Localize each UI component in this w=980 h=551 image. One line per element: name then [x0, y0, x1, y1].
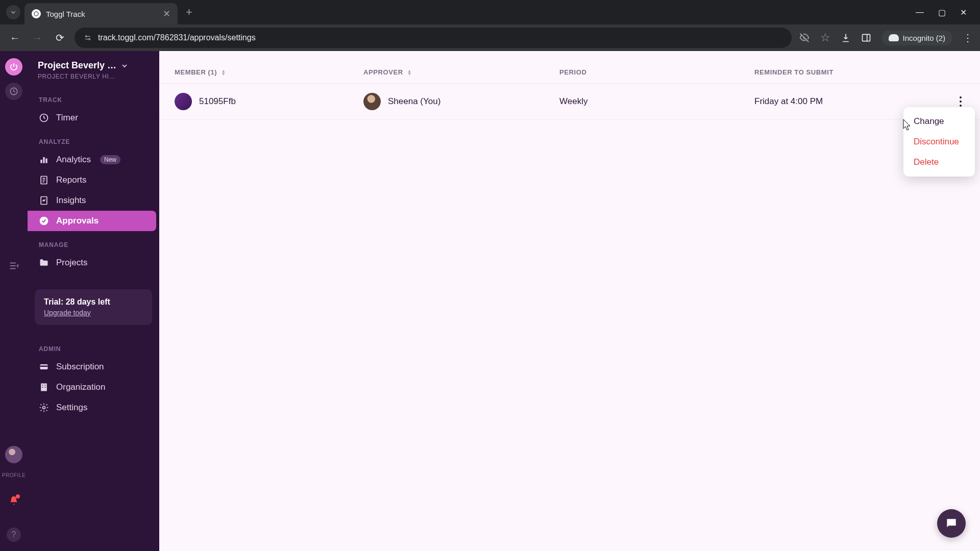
tab-title: Toggl Track [46, 10, 85, 18]
sidebar-item-label: Insights [56, 195, 86, 206]
sidebar-item-label: Subscription [56, 362, 104, 372]
reload-button[interactable]: ⟳ [52, 30, 67, 45]
column-header-reminder[interactable]: REMINDER TO SUBMIT [754, 68, 965, 76]
check-circle-icon [39, 216, 49, 226]
bookmark-icon[interactable]: ☆ [820, 31, 830, 44]
sidebar-item-projects[interactable]: Projects [28, 253, 156, 273]
browser-chrome: Toggl Track ✕ + — ▢ ✕ ← → ⟳ track.toggl.… [0, 0, 980, 51]
document-icon [39, 175, 49, 185]
nav-heading-admin: ADMIN [28, 338, 159, 357]
tab-favicon [32, 9, 41, 18]
browser-tab[interactable]: Toggl Track ✕ [24, 3, 178, 24]
svg-rect-16 [42, 387, 43, 388]
svg-rect-17 [45, 387, 46, 388]
svg-rect-13 [41, 384, 47, 391]
sidebar-item-label: Organization [56, 382, 105, 392]
address-bar: ← → ⟳ track.toggl.com/7862831/approvals/… [0, 24, 980, 51]
new-badge: New [100, 155, 120, 164]
column-header-member[interactable]: MEMBER (1) ▲▼ [175, 68, 363, 76]
url-text: track.toggl.com/7862831/approvals/settin… [98, 33, 256, 42]
table-row: 51095Ffb Sheena (You) Weekly Friday at 4… [159, 84, 980, 120]
download-icon[interactable] [841, 33, 851, 43]
trial-banner: Trial: 28 days left Upgrade today [35, 289, 152, 325]
side-panel-icon[interactable] [861, 33, 871, 43]
sidebar-item-label: Reports [56, 175, 87, 185]
column-header-approver[interactable]: APPROVER ▲▼ [363, 68, 559, 76]
nav-heading-analyze: ANALYZE [28, 131, 159, 149]
close-window-icon[interactable]: ✕ [960, 8, 967, 17]
site-info-icon[interactable] [84, 34, 92, 42]
clock-icon [39, 113, 49, 123]
incognito-badge[interactable]: Incognito (2) [881, 31, 952, 45]
svg-rect-15 [45, 385, 46, 386]
bar-chart-icon [39, 155, 49, 165]
rail-help-icon[interactable]: ? [7, 528, 21, 542]
rail-collapse-icon[interactable] [5, 260, 22, 274]
svg-rect-6 [43, 157, 44, 163]
sidebar-item-approvals[interactable]: Approvals [28, 211, 156, 231]
table-header: MEMBER (1) ▲▼ APPROVER ▲▼ PERIOD REMINDE… [159, 51, 980, 84]
rail-profile-label: PROFILE [2, 472, 26, 478]
app-root: PROFILE ? Project Beverly … PROJECT BEVE… [0, 51, 980, 551]
rail-profile-avatar[interactable] [5, 446, 22, 463]
svg-point-18 [43, 407, 45, 409]
tab-close-icon[interactable]: ✕ [163, 8, 170, 19]
approver-name: Sheena (You) [388, 96, 440, 107]
svg-rect-7 [45, 159, 47, 163]
tab-bar: Toggl Track ✕ + — ▢ ✕ [0, 0, 980, 24]
main-content: MEMBER (1) ▲▼ APPROVER ▲▼ PERIOD REMINDE… [159, 51, 980, 551]
url-field[interactable]: track.toggl.com/7862831/approvals/settin… [75, 28, 792, 48]
svg-rect-2 [862, 34, 870, 41]
lightbulb-icon [39, 195, 49, 206]
svg-rect-14 [42, 385, 43, 386]
svg-point-0 [85, 36, 87, 37]
window-controls: — ▢ ✕ [916, 8, 976, 17]
card-icon [39, 362, 49, 372]
back-button[interactable]: ← [7, 30, 22, 45]
cell-period: Weekly [559, 96, 754, 107]
cell-member: 51095Ffb [175, 93, 363, 110]
intercom-chat-button[interactable] [937, 509, 966, 538]
folder-icon [39, 258, 49, 268]
context-delete[interactable]: Delete [903, 152, 975, 172]
sidebar-item-reports[interactable]: Reports [28, 170, 156, 190]
approver-avatar [363, 93, 381, 110]
chevron-down-icon [120, 62, 129, 70]
rail-toggl-icon[interactable] [5, 58, 22, 76]
sidebar-item-label: Analytics [56, 155, 91, 165]
sidebar-item-organization[interactable]: Organization [28, 377, 156, 397]
column-header-period[interactable]: PERIOD [559, 68, 754, 76]
sidebar-item-settings[interactable]: Settings [28, 397, 156, 418]
rail-clock-icon[interactable] [5, 83, 22, 100]
sidebar-item-insights[interactable]: Insights [28, 190, 156, 211]
member-name: 51095Ffb [199, 96, 236, 107]
cell-approver: Sheena (You) [363, 93, 559, 110]
sidebar-item-label: Timer [56, 113, 78, 123]
svg-rect-5 [40, 160, 42, 163]
sidebar-item-timer[interactable]: Timer [28, 108, 156, 128]
trial-title: Trial: 28 days left [44, 297, 143, 307]
tab-search-dropdown[interactable] [6, 5, 20, 19]
context-change[interactable]: Change [903, 111, 975, 132]
incognito-label: Incognito (2) [903, 34, 945, 42]
svg-point-1 [89, 38, 90, 40]
forward-button[interactable]: → [30, 30, 45, 45]
sidebar-item-subscription[interactable]: Subscription [28, 357, 156, 377]
nav-heading-track: TRACK [28, 89, 159, 108]
member-avatar [175, 93, 192, 110]
browser-menu-icon[interactable]: ⋮ [963, 32, 973, 44]
rail-notifications-icon[interactable] [9, 495, 19, 508]
sidebar-item-label: Approvals [56, 216, 99, 226]
sidebar-item-analytics[interactable]: Analytics New [28, 149, 156, 170]
minimize-icon[interactable]: — [916, 8, 924, 17]
building-icon [39, 382, 49, 392]
workspace-switcher[interactable]: Project Beverly … PROJECT BEVERLY HI… [28, 56, 159, 89]
maximize-icon[interactable]: ▢ [938, 8, 946, 17]
sidebar-item-label: Projects [56, 258, 87, 268]
context-discontinue[interactable]: Discontinue [903, 132, 975, 152]
upgrade-link[interactable]: Upgrade today [44, 309, 143, 317]
nav-heading-manage: MANAGE [28, 234, 159, 253]
eye-off-icon[interactable] [799, 32, 810, 43]
new-tab-button[interactable]: + [182, 6, 197, 19]
row-context-menu: Change Discontinue Delete [903, 107, 975, 177]
